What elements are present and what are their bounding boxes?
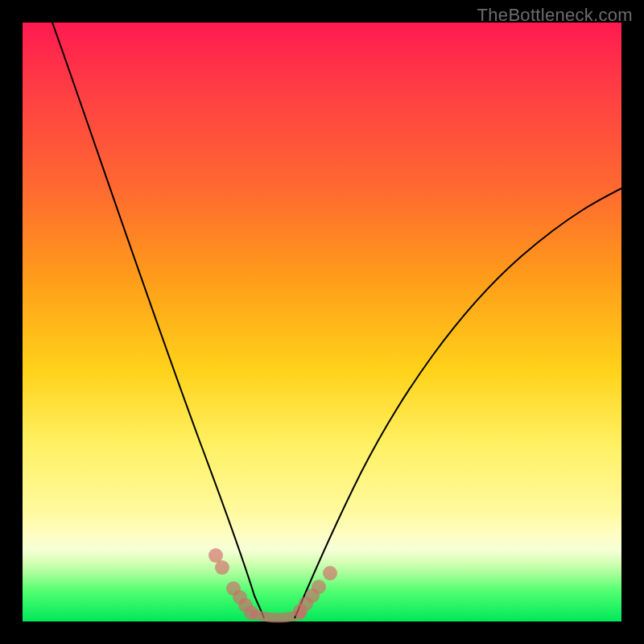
right-marker-dot (323, 566, 337, 580)
right-marker-dot (312, 580, 326, 594)
right-curve (295, 188, 621, 618)
chart-frame: TheBottleneck.com (0, 0, 644, 644)
left-marker-dot (244, 605, 258, 620)
left-curve (52, 23, 264, 618)
trough-highlight (254, 614, 301, 618)
left-marker-dot (215, 560, 229, 575)
chart-svg (23, 23, 621, 621)
